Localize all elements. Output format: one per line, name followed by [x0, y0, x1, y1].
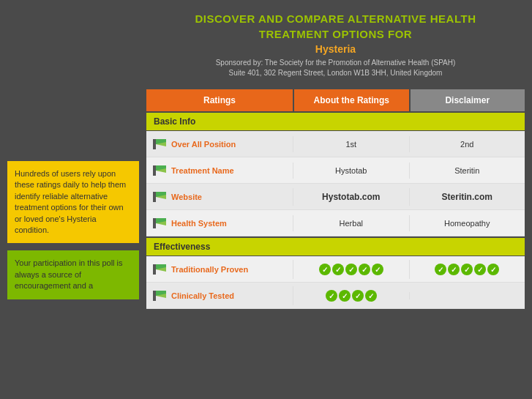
tab-disclaimer[interactable]: Disclaimer	[411, 89, 525, 111]
flag-icon	[152, 138, 167, 150]
flag-icon	[152, 290, 167, 302]
section-effectiveness: Effectiveness	[146, 238, 525, 256]
svg-rect-0	[153, 139, 156, 149]
data-cell-col2: Steritin.com	[409, 188, 525, 206]
check-icon	[448, 264, 460, 275]
sidebar-green-text: Your participation in this poll is alway…	[15, 258, 123, 290]
header-condition: Hysteria	[150, 43, 521, 55]
sidebar-green-box: Your participation in this poll is alway…	[7, 250, 139, 299]
data-cell-checks-col2	[409, 260, 525, 279]
check-icons-col2	[417, 264, 518, 275]
data-cell-checks-col2	[409, 292, 525, 299]
section-basic-info: Basic Info	[146, 113, 525, 130]
check-icon	[332, 264, 344, 275]
flag-icon	[152, 165, 167, 176]
svg-rect-3	[153, 165, 156, 176]
data-cell-col1: 1st	[293, 136, 409, 152]
table-row: Traditionally Proven	[146, 256, 525, 283]
check-icon	[435, 264, 446, 275]
data-cell-col1: Herbal	[293, 215, 409, 231]
table-row: Health System Herbal Homeopathy	[146, 210, 525, 236]
row-label: Over All Position	[171, 140, 236, 149]
row-label-cell: Website	[146, 187, 293, 206]
check-icon	[352, 290, 364, 302]
row-label: Clinically Tested	[171, 291, 234, 300]
check-icon	[372, 264, 383, 275]
row-label-cell: Health System	[146, 214, 293, 233]
svg-rect-15	[153, 291, 156, 301]
row-label-cell: Clinically Tested	[146, 286, 293, 305]
row-label: Health System	[171, 219, 227, 228]
flag-icon	[152, 264, 167, 275]
data-cell-col1: Hystotab	[293, 163, 409, 179]
check-icon	[461, 264, 473, 275]
check-icon	[339, 290, 351, 302]
data-cell-col1: Hystotab.com	[293, 188, 409, 206]
flag-icon	[152, 217, 167, 229]
data-cell-col2: Homeopathy	[409, 215, 525, 231]
row-label-cell: Over All Position	[146, 135, 293, 154]
comparison-table: Ratings About the Ratings Disclaimer Bas…	[146, 89, 525, 392]
sidebar-yellow-text: Hundreds of users rely upon these rating…	[15, 169, 126, 234]
svg-rect-6	[153, 192, 156, 202]
table-row: Clinically Tested	[146, 283, 525, 309]
data-cell-checks-col1	[293, 260, 409, 279]
check-icons-col1	[301, 290, 402, 302]
check-icon	[326, 290, 337, 302]
check-icon	[359, 264, 370, 275]
row-label: Traditionally Proven	[171, 265, 248, 274]
svg-rect-9	[153, 218, 156, 228]
main-content: DISCOVER AND COMPARE ALTERNATIVE HEALTH …	[146, 0, 532, 399]
row-label: Treatment Name	[171, 166, 234, 175]
check-icons-col1	[301, 264, 402, 275]
check-icon	[487, 264, 499, 275]
table-row: Treatment Name Hystotab Steritin	[146, 157, 525, 184]
data-cell-checks-col1	[293, 286, 409, 305]
data-cell-col2: Steritin	[409, 163, 525, 179]
tab-row: Ratings About the Ratings Disclaimer	[146, 89, 525, 111]
table-row: Website Hystotab.com Steritin.com	[146, 184, 525, 210]
tab-ratings[interactable]: Ratings	[146, 89, 293, 111]
tab-about[interactable]: About the Ratings	[294, 89, 409, 111]
check-icon	[319, 264, 331, 275]
sidebar-yellow-box: Hundreds of users rely upon these rating…	[7, 161, 139, 243]
left-sidebar: Hundreds of users rely upon these rating…	[0, 0, 146, 399]
svg-rect-12	[153, 264, 156, 275]
data-cell-col2: 2nd	[409, 136, 525, 152]
flag-icon	[152, 191, 167, 203]
check-icon	[345, 264, 357, 275]
table-row: Over All Position 1st 2nd	[146, 131, 525, 157]
check-icon	[474, 264, 486, 275]
header-section: DISCOVER AND COMPARE ALTERNATIVE HEALTH …	[146, 7, 525, 82]
row-label-cell: Treatment Name	[146, 161, 293, 180]
row-label: Website	[171, 193, 202, 201]
check-icon	[365, 290, 377, 302]
header-line1: DISCOVER AND COMPARE ALTERNATIVE HEALTH …	[150, 11, 521, 42]
header-sponsor: Sponsored by: The Society for the Promot…	[150, 58, 521, 78]
row-label-cell: Traditionally Proven	[146, 260, 293, 279]
